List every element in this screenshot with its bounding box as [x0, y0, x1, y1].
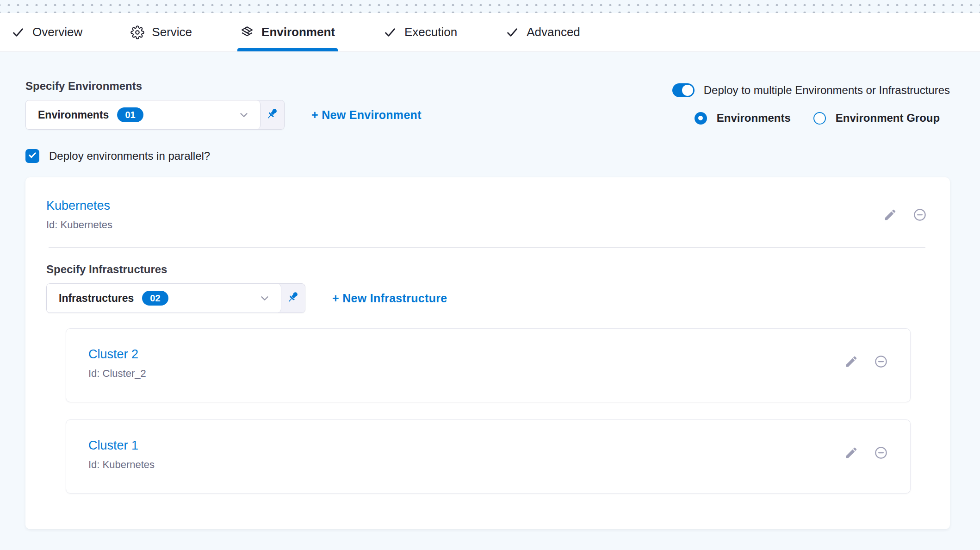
environments-pin-button[interactable] [261, 100, 284, 129]
radio-environment-group[interactable]: Environment Group [813, 112, 940, 125]
tab-label: Service [152, 25, 192, 39]
radio-environments[interactable]: Environments [695, 112, 791, 125]
check-icon [505, 25, 519, 39]
environment-layers-icon [240, 25, 254, 39]
check-icon [11, 25, 25, 39]
environment-card-titles: Kubernetes Id: Kubernetes [46, 199, 112, 231]
deploy-parallel-row: Deploy environments in parallel? [25, 149, 950, 163]
environments-select[interactable]: Environments 01 [25, 100, 285, 130]
edit-infrastructure-button[interactable] [844, 446, 858, 460]
card-divider [49, 247, 925, 248]
infrastructure-card-actions [844, 355, 888, 369]
pin-icon [265, 106, 280, 123]
edit-infrastructure-button[interactable] [844, 355, 858, 369]
toggle-knob [682, 85, 693, 96]
radio-selected-icon[interactable] [695, 112, 707, 125]
deploy-parallel-checkbox[interactable] [25, 149, 39, 163]
infrastructure-name-link[interactable]: Cluster 1 [88, 438, 155, 453]
tab-overview[interactable]: Overview [9, 13, 84, 51]
infrastructure-card: Cluster 2 Id: Cluster_2 [66, 328, 911, 402]
environment-card-actions [883, 208, 927, 222]
tab-advanced[interactable]: Advanced [503, 13, 582, 51]
tab-label: Advanced [527, 25, 580, 39]
environment-tab-content: Specify Environments Environments 01 + N… [0, 52, 980, 529]
infrastructure-id-text: Id: Kubernetes [88, 459, 155, 471]
remove-infrastructure-button[interactable] [874, 355, 888, 369]
environments-select-label: Environments [38, 109, 109, 121]
deploy-multiple-label: Deploy to multiple Environments or Infra… [704, 84, 950, 97]
infrastructures-select-value[interactable]: Infrastructures 02 [47, 284, 281, 312]
environment-type-radio-row: Environments Environment Group [695, 112, 950, 125]
tab-execution[interactable]: Execution [381, 13, 459, 51]
new-infrastructure-link[interactable]: + New Infrastructure [332, 292, 447, 305]
environment-id-text: Id: Kubernetes [46, 219, 112, 231]
radio-environment-group-label: Environment Group [836, 112, 940, 125]
infrastructures-pin-button[interactable] [281, 284, 305, 312]
infrastructures-count-badge: 02 [142, 291, 168, 306]
edit-environment-button[interactable] [883, 208, 897, 222]
infrastructures-select-label: Infrastructures [59, 292, 134, 305]
environments-count-badge: 01 [117, 107, 143, 122]
stage-tab-bar: Overview Service Environment Execution A… [0, 13, 980, 52]
environments-select-value[interactable]: Environments 01 [26, 100, 261, 129]
tab-label: Execution [404, 25, 457, 39]
infrastructure-name-link[interactable]: Cluster 2 [88, 347, 146, 362]
pin-icon [286, 290, 301, 306]
remove-environment-button[interactable] [913, 208, 927, 222]
environment-card: Kubernetes Id: Kubernetes Specify Infras… [25, 177, 950, 529]
environment-name-link[interactable]: Kubernetes [46, 199, 112, 213]
chevron-down-icon[interactable] [259, 292, 271, 304]
chevron-down-icon[interactable] [238, 109, 250, 121]
infrastructure-card-actions [844, 446, 888, 460]
tab-label: Overview [32, 25, 82, 39]
deploy-parallel-label: Deploy environments in parallel? [49, 150, 210, 162]
infrastructures-select[interactable]: Infrastructures 02 [46, 283, 305, 313]
deploy-options-panel: Deploy to multiple Environments or Infra… [672, 83, 950, 125]
gear-icon [130, 25, 144, 39]
environment-card-header: Kubernetes Id: Kubernetes [46, 199, 928, 231]
tab-environment[interactable]: Environment [238, 13, 337, 51]
new-environment-link[interactable]: + New Environment [311, 108, 422, 122]
infrastructure-id-text: Id: Cluster_2 [88, 368, 146, 380]
tab-service[interactable]: Service [129, 13, 194, 51]
deploy-multiple-toggle[interactable] [672, 83, 695, 97]
check-icon [28, 150, 37, 162]
infrastructure-card: Cluster 1 Id: Kubernetes [66, 419, 911, 494]
deploy-multiple-toggle-row: Deploy to multiple Environments or Infra… [672, 83, 950, 97]
pipeline-canvas-dot-strip [0, 0, 980, 13]
specify-infrastructures-heading: Specify Infrastructures [46, 263, 928, 276]
infrastructure-card-titles: Cluster 1 Id: Kubernetes [88, 438, 155, 471]
remove-infrastructure-button[interactable] [874, 446, 888, 460]
tab-label: Environment [261, 25, 335, 39]
infrastructures-picker-row: Infrastructures 02 + New Infrastructure [46, 283, 928, 313]
radio-environments-label: Environments [717, 112, 791, 125]
infrastructure-card-titles: Cluster 2 Id: Cluster_2 [88, 347, 146, 380]
check-icon [383, 25, 397, 39]
radio-unselected-icon[interactable] [813, 112, 826, 125]
